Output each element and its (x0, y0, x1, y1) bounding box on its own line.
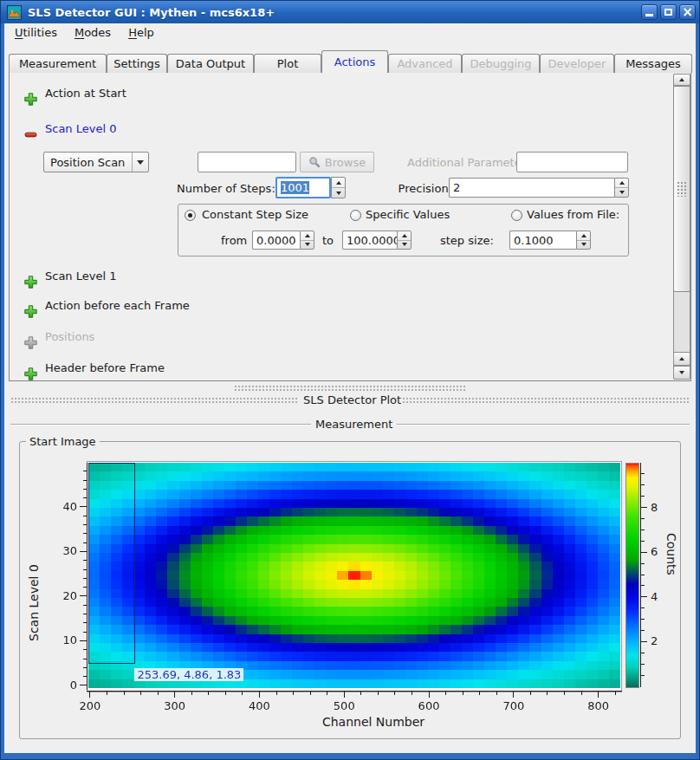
arrow-down-icon (679, 371, 684, 374)
dock-handle-texture-left (10, 397, 298, 404)
tab-plot[interactable]: Plot (254, 54, 321, 73)
positions-item: Positions (45, 330, 94, 343)
minimize-button[interactable] (641, 4, 658, 20)
spin-up-icon[interactable] (398, 231, 411, 241)
arrow-up-icon (679, 78, 684, 81)
menu-help[interactable]: Help (121, 24, 161, 41)
precision-spinbox[interactable]: 2 (449, 178, 629, 198)
to-spinbox[interactable]: 100.0000 (342, 231, 412, 250)
number-of-steps-arrows[interactable] (331, 177, 346, 198)
y-axis-line (87, 463, 88, 690)
step-size-spinbox[interactable]: 0.1000 (509, 231, 591, 250)
tab-data-output[interactable]: Data Output (167, 54, 254, 73)
action-at-start-item[interactable]: Action at Start (45, 87, 126, 100)
number-of-steps-label: Number of Steps: (177, 182, 274, 195)
number-of-steps-spinbox[interactable]: 1001 (275, 177, 346, 198)
close-button[interactable]: × (679, 4, 696, 20)
scrollbar-thumb[interactable] (673, 86, 690, 292)
spin-down-icon[interactable] (332, 188, 345, 198)
scroll-up-button[interactable] (673, 74, 690, 86)
browse-button[interactable]: Browse (300, 152, 374, 172)
colorbar-minor-tick (641, 664, 645, 665)
y-axis-minor-tick (83, 569, 87, 570)
x-axis-minor-tick (445, 692, 446, 695)
window-title: SLS Detector GUI : Mythen - mcs6x18+ (28, 6, 275, 19)
close-icon: × (682, 6, 693, 19)
tab-advanced[interactable]: Advanced (388, 54, 462, 73)
additional-parameter-input[interactable] (516, 152, 628, 172)
tab-actions[interactable]: Actions (321, 50, 388, 73)
y-axis-tick-label: 0 (53, 679, 77, 692)
tab-developer[interactable]: Developer (540, 54, 614, 73)
scan-script-input[interactable] (198, 152, 296, 172)
y-axis-tick (80, 551, 87, 552)
x-axis-minor-tick (208, 692, 209, 695)
colorbar (625, 463, 639, 688)
precision-arrows[interactable] (614, 178, 629, 198)
menu-utilities[interactable]: Utilities (8, 24, 64, 41)
values-from-file-radio[interactable] (511, 210, 522, 221)
step-size-arrows[interactable] (576, 231, 591, 250)
scroll-down-button[interactable] (673, 366, 690, 380)
colorbar-tick-label: 8 (651, 501, 671, 514)
spin-down-icon[interactable] (398, 241, 411, 250)
from-arrows[interactable] (300, 231, 314, 250)
colorbar-minor-tick (641, 496, 645, 497)
spin-up-icon[interactable] (577, 231, 590, 241)
maximize-button[interactable] (660, 4, 677, 20)
expand-plus-icon (24, 305, 37, 318)
heatmap-canvas[interactable] (88, 463, 620, 688)
colorbar-minor-tick (641, 563, 645, 564)
action-before-each-frame-item[interactable]: Action before each Frame (45, 299, 190, 312)
colorbar-tick-label: 2 (651, 634, 671, 647)
step-size-label: step size: (440, 234, 494, 247)
header-before-frame-item[interactable]: Header before Frame (45, 361, 165, 374)
colorbar-tick-label: 6 (651, 545, 671, 558)
y-axis-tick (80, 506, 87, 507)
x-axis-minor-tick (191, 692, 192, 695)
spin-down-icon[interactable] (301, 241, 314, 250)
scan-level-0-item[interactable]: Scan Level 0 (45, 122, 116, 135)
specific-values-radio[interactable] (350, 210, 361, 221)
spin-down-icon[interactable] (615, 188, 628, 197)
tab-settings[interactable]: Settings (107, 54, 167, 73)
to-value: 100.0000 (347, 234, 397, 247)
constant-step-size-radio[interactable] (185, 210, 196, 221)
from-spinbox[interactable]: 0.0000 (252, 231, 314, 250)
specific-values-label[interactable]: Specific Values (366, 208, 450, 221)
splitter-handle[interactable] (234, 385, 466, 391)
x-axis-tick (513, 692, 514, 698)
scan-level-1-item[interactable]: Scan Level 1 (45, 270, 116, 283)
spin-down-icon[interactable] (577, 241, 590, 250)
zoom-selection-rect[interactable] (88, 463, 135, 664)
y-axis-tick-label: 20 (53, 589, 77, 602)
spin-up-icon[interactable] (615, 179, 628, 188)
title-bar[interactable]: SLS Detector GUI : Mythen - mcs6x18+ × (1, 1, 699, 23)
x-axis-minor-tick (547, 692, 548, 695)
scan-mode-select[interactable]: Position Scan (43, 152, 149, 172)
minimize-icon (645, 14, 653, 16)
x-axis-tick-label: 600 (412, 699, 446, 712)
tab-debugging[interactable]: Debugging (462, 54, 540, 73)
values-from-file-label[interactable]: Values from File: (527, 208, 619, 221)
x-axis-minor-tick (140, 692, 141, 695)
x-axis-minor-tick (581, 692, 582, 695)
y-axis-minor-tick (83, 667, 87, 668)
precision-value: 2 (453, 181, 460, 194)
colorbar-minor-tick (641, 585, 645, 586)
spin-up-icon[interactable] (332, 178, 345, 188)
number-of-steps-value: 1001 (281, 181, 309, 194)
y-axis-minor-tick (83, 649, 87, 650)
y-axis-minor-tick (83, 489, 87, 490)
x-axis-tick (174, 692, 175, 698)
app-icon (7, 5, 22, 20)
tab-measurement[interactable]: Measurement (9, 54, 107, 73)
scroll-up-button-2[interactable] (673, 352, 690, 366)
menu-modes[interactable]: Modes (68, 24, 118, 41)
to-arrows[interactable] (397, 231, 412, 250)
y-axis-tick (80, 685, 87, 685)
to-label: to (322, 234, 334, 247)
spin-up-icon[interactable] (301, 231, 314, 241)
constant-step-size-label[interactable]: Constant Step Size (202, 208, 308, 221)
tab-messages[interactable]: Messages (614, 54, 692, 73)
